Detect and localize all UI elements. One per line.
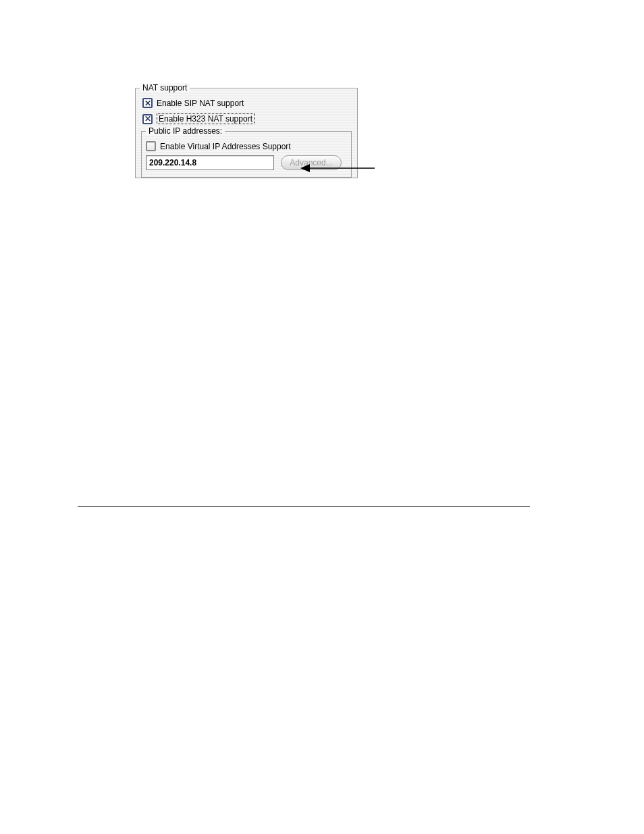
enable-virtual-row: Enable Virtual IP Addresses Support	[146, 141, 347, 151]
enable-h323-label: Enable H323 NAT support	[157, 113, 254, 124]
check-mark-icon: ✕	[144, 115, 151, 123]
callout-arrow-icon	[300, 163, 375, 173]
svg-marker-1	[300, 164, 310, 172]
nat-support-legend: NAT support	[140, 83, 190, 93]
horizontal-rule	[78, 506, 530, 507]
enable-h323-checkbox[interactable]: ✕	[142, 114, 153, 124]
enable-sip-checkbox[interactable]: ✕	[142, 98, 153, 108]
ip-address-input[interactable]	[146, 155, 274, 170]
enable-sip-row: ✕ Enable SIP NAT support	[140, 95, 353, 111]
enable-virtual-label: Enable Virtual IP Addresses Support	[160, 142, 291, 151]
enable-sip-label: Enable SIP NAT support	[157, 99, 244, 108]
check-mark-icon: ✕	[144, 99, 151, 107]
enable-virtual-checkbox[interactable]	[146, 141, 156, 151]
public-ip-legend: Public IP addresses:	[146, 126, 225, 136]
enable-h323-row: ✕ Enable H323 NAT support	[140, 111, 353, 127]
